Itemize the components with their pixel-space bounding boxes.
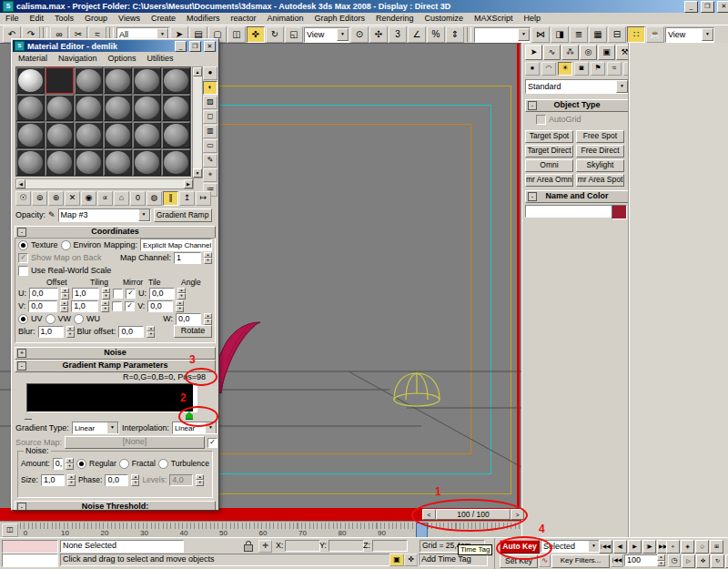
close-button[interactable]: ✕ (717, 1, 728, 13)
category-lights[interactable]: ☀ (558, 62, 572, 76)
reset-map-icon[interactable]: ✕ (65, 191, 80, 206)
me-menu-utilities[interactable]: Utilities (142, 53, 179, 65)
menu-reactor[interactable]: reactor (225, 13, 261, 25)
auto-key-button[interactable]: Auto Key (500, 540, 540, 554)
track-bar[interactable]: ◫ 0102030405060708090100 (0, 521, 521, 538)
sample-slot[interactable] (75, 122, 103, 148)
dropdown-arrow-icon[interactable]: ▼ (138, 208, 150, 221)
map-channel-field[interactable]: 1 (174, 252, 201, 264)
map-name-dropdown[interactable]: Map #3▼ (58, 208, 151, 222)
time-slider-value[interactable]: 100 / 100 (436, 509, 511, 520)
menu-tools[interactable]: Tools (49, 13, 79, 25)
align-icon[interactable]: ◨ (551, 26, 569, 43)
go-to-parent-icon[interactable]: ↥ (179, 191, 195, 206)
u-tile-checkbox[interactable] (126, 289, 136, 299)
sample-type-icon[interactable]: ● (203, 66, 217, 80)
mapping-dropdown[interactable]: Explicit Map Channel▼ (140, 239, 212, 251)
v-tiling-spinner[interactable]: ▲▼ (101, 300, 109, 312)
material-id-channel-icon[interactable]: 0 (130, 191, 146, 206)
spinner-snap-icon[interactable]: ⇕ (446, 26, 464, 43)
put-to-library-icon[interactable]: ⌂ (114, 191, 129, 206)
category-helpers[interactable]: ⚑ (591, 62, 605, 76)
me-close-button[interactable]: ✕ (204, 41, 216, 52)
sample-slot[interactable] (162, 67, 190, 94)
viewport-layout-dropdown[interactable]: View▼ (665, 27, 714, 43)
w-angle-field[interactable]: 0,0 (176, 313, 201, 325)
sample-slot[interactable] (104, 149, 132, 176)
texture-radio[interactable] (18, 240, 28, 250)
noise-phase-spinner[interactable]: ▲▼ (131, 474, 139, 486)
turbulence-radio[interactable] (158, 459, 168, 469)
u-offset-spinner[interactable]: ▲▼ (61, 288, 69, 300)
sample-slot[interactable] (162, 149, 190, 176)
menu-help[interactable]: Help (519, 13, 547, 25)
dropdown-arrow-icon[interactable]: ▼ (616, 80, 628, 93)
region-zoom-icon[interactable]: ⊞ (710, 540, 723, 554)
set-key-button[interactable]: Set Key (500, 554, 538, 568)
select-and-manipulate-icon[interactable]: ✣ (369, 26, 388, 43)
use-pivot-center-icon[interactable]: ⊙ (350, 26, 369, 43)
frame-spinner[interactable]: ▲▼ (657, 554, 665, 566)
absolute-offset-mode-icon[interactable]: ✛ (258, 540, 272, 553)
sample-slot[interactable] (46, 67, 74, 94)
z-field[interactable] (372, 540, 408, 552)
light-type-dropdown[interactable]: Standard▼ (525, 79, 629, 94)
object-type-skylight[interactable]: Skylight (576, 159, 624, 172)
noise-threshold-rollout[interactable]: -Noise Threshold: (15, 501, 216, 511)
make-material-copy-icon[interactable]: ◉ (81, 191, 96, 206)
menu-create[interactable]: Create (146, 13, 181, 25)
ramp-flag-selected[interactable] (186, 412, 193, 420)
reference-coordinate-dropdown[interactable]: View▼ (304, 27, 349, 43)
blur-offset-field[interactable]: 0,0 (118, 326, 144, 338)
wu-radio[interactable] (74, 314, 84, 324)
zoom-all-icon[interactable]: ◈ (681, 540, 694, 554)
sample-slot[interactable] (16, 95, 45, 121)
sample-slot[interactable] (16, 122, 45, 148)
curve-editor-icon[interactable]: ▦ (589, 26, 607, 43)
object-type-mr-area-spot[interactable]: mr Area Spot (576, 174, 624, 187)
object-type-target-spot[interactable]: Target Spot (525, 130, 573, 143)
menu-file[interactable]: File (0, 13, 25, 25)
noise-size-field[interactable]: 1,0 (41, 474, 65, 486)
sample-slot[interactable] (104, 95, 132, 121)
options-icon[interactable]: ✎ (203, 154, 217, 168)
name-color-rollout[interactable]: -Name and Color (525, 190, 629, 203)
sample-slot[interactable] (162, 122, 190, 148)
scroll-left-icon[interactable]: ◀ (16, 179, 25, 188)
gradient-ramp-parameters-rollout[interactable]: -Gradient Ramp Parameters (15, 360, 216, 372)
zoom-extents-icon[interactable]: ◇ (695, 540, 709, 554)
sample-slot[interactable] (104, 67, 132, 94)
category-geometry[interactable]: ● (525, 62, 540, 76)
noise-size-spinner[interactable]: ▲▼ (67, 474, 76, 486)
window-crossing-icon[interactable]: ◫ (228, 26, 246, 43)
sample-slot[interactable] (46, 149, 74, 176)
sample-slot[interactable] (46, 122, 74, 148)
menu-customize[interactable]: Customize (420, 13, 470, 25)
noise-levels-field[interactable]: 4,0 (169, 474, 193, 486)
menu-modifiers[interactable]: Modifiers (181, 13, 226, 25)
tab-modify[interactable]: ∿ (543, 45, 561, 60)
scroll-right-icon[interactable]: ▶ (184, 179, 193, 188)
sample-hscrollbar[interactable]: ◀ ▶ (15, 178, 194, 189)
sample-slot[interactable] (133, 149, 161, 176)
object-type-free-direct[interactable]: Free Direct (576, 145, 624, 157)
object-type-free-spot[interactable]: Free Spot (576, 130, 624, 143)
assign-material-to-selection-icon[interactable]: ⊛ (48, 191, 64, 206)
v-mirror-checkbox[interactable] (112, 301, 122, 311)
previous-frame-button[interactable]: ◀| (613, 540, 627, 554)
next-frame-arrow[interactable]: > (511, 509, 524, 520)
y-field[interactable] (329, 540, 364, 552)
key-filters-button[interactable]: Key Filters... (551, 554, 610, 568)
u-tiling-spinner[interactable]: ▲▼ (102, 288, 110, 300)
v-offset-spinner[interactable]: ▲▼ (60, 300, 68, 312)
dropdown-arrow-icon[interactable]: ▼ (205, 422, 217, 434)
me-menu-material[interactable]: Material (13, 53, 53, 65)
selection-lock-icon[interactable] (244, 541, 253, 551)
sample-slot[interactable] (75, 95, 103, 121)
object-type-omni[interactable]: Omni (525, 159, 573, 172)
sample-slot[interactable] (133, 122, 161, 148)
current-frame-field[interactable]: 100 (624, 554, 659, 566)
make-preview-icon[interactable]: ▭ (203, 139, 217, 153)
pan-view-icon[interactable]: ✜ (696, 554, 710, 568)
me-minimize-button[interactable]: _ (175, 41, 187, 52)
